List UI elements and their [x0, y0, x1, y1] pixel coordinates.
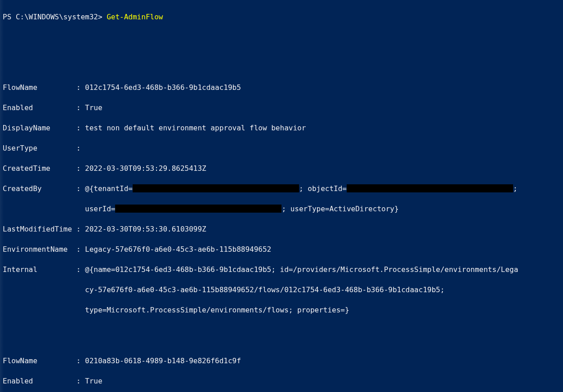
- field-value: True: [85, 377, 103, 385]
- output-row: Enabled: True: [3, 103, 560, 113]
- field-value: type=Microsoft.ProcessSimple/environment…: [85, 306, 349, 314]
- output-row: DisplayName: test non default environmen…: [3, 123, 560, 134]
- field-label: [3, 204, 76, 214]
- field-label: UserType: [3, 143, 76, 154]
- field-label: Enabled: [3, 376, 76, 387]
- prompt-line[interactable]: PS C:\WINDOWS\system32> Get-AdminFlow: [3, 12, 560, 22]
- output-row: LastModifiedTime: 2022-03-30T09:53:30.61…: [3, 224, 560, 235]
- field-label: LastModifiedTime: [3, 224, 76, 235]
- output-row: FlowName: 0210a83b-0618-4989-b148-9e826f…: [3, 356, 560, 366]
- blank-line: [3, 325, 560, 336]
- field-value: 2022-03-30T09:53:30.6103099Z: [85, 225, 206, 233]
- field-value-part: userId=: [85, 205, 115, 213]
- field-value: True: [85, 103, 103, 112]
- output-row: Internal: @{name=012c1754-6ed3-468b-b366…: [3, 265, 560, 275]
- redacted-box: [133, 184, 299, 192]
- field-value-part: ;: [513, 184, 518, 193]
- field-value: cy-57e676f0-a6e0-45c3-ae6b-115b88949652/…: [85, 285, 445, 294]
- redacted-box: [347, 184, 513, 192]
- field-label: DisplayName: [3, 123, 76, 134]
- field-label: Enabled: [3, 103, 76, 113]
- field-value: 2022-03-30T09:53:29.8625413Z: [85, 164, 206, 173]
- blank-line: [3, 32, 560, 43]
- output-row: type=Microsoft.ProcessSimple/environment…: [3, 305, 560, 316]
- field-value: Legacy-57e676f0-a6e0-45c3-ae6b-115b88949…: [85, 245, 271, 254]
- field-label: [3, 285, 76, 295]
- output-row: CreatedTime: 2022-03-30T09:53:29.8625413…: [3, 164, 560, 174]
- output-row: UserType:: [3, 143, 560, 154]
- field-label: FlowName: [3, 83, 76, 93]
- terminal-output[interactable]: PS C:\WINDOWS\system32> Get-AdminFlow Fl…: [0, 0, 563, 392]
- field-value-part: @{tenantId=: [85, 184, 133, 193]
- output-row: EnvironmentName: Legacy-57e676f0-a6e0-45…: [3, 245, 560, 255]
- field-label: FlowName: [3, 356, 76, 366]
- output-row: cy-57e676f0-a6e0-45c3-ae6b-115b88949652/…: [3, 285, 560, 295]
- field-value: 0210a83b-0618-4989-b148-9e826f6d1c9f: [85, 356, 241, 365]
- field-value-part: ; objectId=: [299, 184, 347, 193]
- field-label: Internal: [3, 265, 76, 275]
- ps-prompt: PS C:\WINDOWS\system32>: [3, 13, 107, 21]
- output-row: Enabled: True: [3, 376, 560, 387]
- field-label: CreatedTime: [3, 164, 76, 174]
- field-value-part: ; userType=ActiveDirectory}: [282, 205, 398, 213]
- field-value: 012c1754-6ed3-468b-b366-9b1cdaac19b5: [85, 83, 241, 92]
- field-label: [3, 305, 76, 316]
- blank-line: [3, 53, 560, 63]
- redacted-box: [115, 205, 282, 213]
- field-value: test non default environment approval fl…: [85, 124, 306, 132]
- field-value: @{name=012c1754-6ed3-468b-b366-9b1cdaac1…: [85, 265, 518, 274]
- ps-command: Get-AdminFlow: [107, 13, 163, 21]
- field-label: EnvironmentName: [3, 245, 76, 255]
- field-label: CreatedBy: [3, 184, 76, 194]
- output-row: FlowName: 012c1754-6ed3-468b-b366-9b1cda…: [3, 83, 560, 93]
- output-row: userId=; userType=ActiveDirectory}: [3, 204, 560, 214]
- output-row: CreatedBy: @{tenantId=; objectId=;: [3, 184, 560, 194]
